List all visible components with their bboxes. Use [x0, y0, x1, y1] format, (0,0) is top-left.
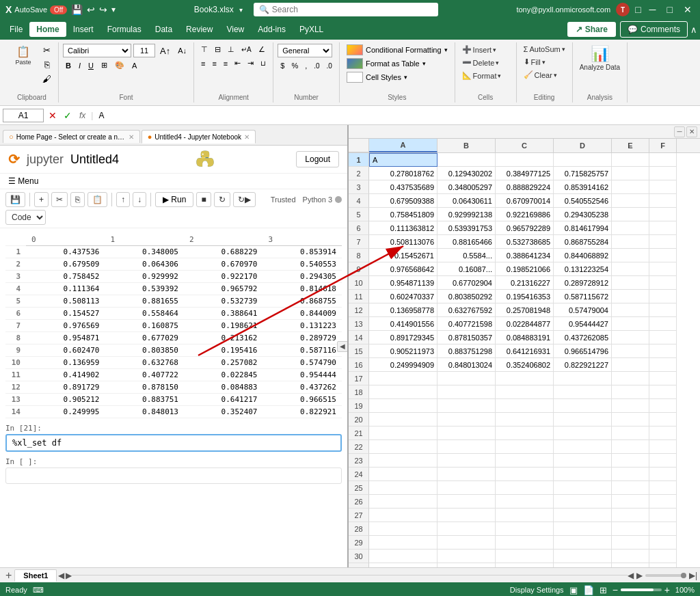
row-number[interactable]: 21	[349, 426, 369, 440]
excel-cell[interactable]: 0.111363812	[369, 221, 438, 235]
decrease-indent-button[interactable]: ⇤	[232, 57, 243, 69]
excel-cell[interactable]	[496, 413, 554, 426]
excel-cell[interactable]	[649, 276, 677, 290]
excel-cell[interactable]: 0.905211973	[369, 344, 438, 358]
excel-cell[interactable]	[612, 208, 649, 221]
excel-cell[interactable]	[438, 372, 496, 385]
excel-cell[interactable]	[438, 426, 496, 440]
excel-cell[interactable]: 0.539391753	[438, 221, 496, 235]
row-number[interactable]: 17	[349, 372, 369, 385]
excel-cell[interactable]	[649, 372, 677, 385]
row-number[interactable]: 22	[349, 440, 369, 454]
excel-cell[interactable]: 0.16087...	[438, 262, 496, 276]
jt-cut-button[interactable]: ✂	[51, 192, 68, 207]
ribbon-collapse-button[interactable]: ∧	[690, 25, 697, 35]
jt-move-up-button[interactable]: ↑	[116, 192, 130, 207]
notebook-tab-close-icon[interactable]: ✕	[244, 133, 250, 141]
row-number[interactable]: 28	[349, 522, 369, 536]
merge-center-button[interactable]: ⊔	[258, 58, 269, 68]
row-number[interactable]: 24	[349, 468, 369, 481]
percent-button[interactable]: %	[288, 60, 301, 71]
excel-cell[interactable]	[554, 481, 612, 495]
italic-button[interactable]: I	[76, 60, 83, 71]
excel-cell[interactable]: 0.407721598	[438, 317, 496, 331]
currency-button[interactable]: $	[278, 60, 287, 71]
excel-cell[interactable]: 0.294305238	[554, 208, 612, 221]
border-button[interactable]: ⊞	[98, 59, 110, 71]
normal-view-button[interactable]: ▣	[569, 585, 578, 595]
excel-cell[interactable]	[612, 221, 649, 235]
trusted-badge[interactable]: Trusted	[267, 194, 300, 205]
comments-button[interactable]: 💬 Comments	[620, 21, 688, 38]
panel-minimize-button[interactable]: ─	[674, 126, 685, 137]
excel-cell[interactable]	[649, 399, 677, 413]
excel-cell[interactable]	[554, 413, 612, 426]
row-number[interactable]: 12	[349, 303, 369, 317]
col-header-b[interactable]: B	[438, 139, 496, 152]
delete-cells-button[interactable]: ➖ Delete ▾	[459, 57, 502, 68]
excel-cell[interactable]: 0.388641234	[496, 249, 554, 262]
excel-cell[interactable]	[496, 385, 554, 399]
excel-cell[interactable]	[649, 563, 677, 567]
scroll-next-button[interactable]: ▶	[636, 571, 643, 580]
excel-cell[interactable]	[438, 385, 496, 399]
format-as-table-button[interactable]: Format as Table ▾	[344, 57, 450, 70]
excel-cell[interactable]	[438, 495, 496, 509]
excel-cell[interactable]: 0.136958778	[369, 303, 438, 317]
excel-cell[interactable]	[649, 331, 677, 344]
jt-copy-button[interactable]: ⎘	[70, 192, 85, 207]
excel-cell[interactable]: 0.348005297	[438, 180, 496, 194]
excel-cell[interactable]: 0.954871139	[369, 276, 438, 290]
excel-cell[interactable]: 0.929992138	[438, 208, 496, 221]
excel-cell[interactable]: 0.57479004	[554, 303, 612, 317]
excel-cell[interactable]	[438, 454, 496, 468]
autosum-button[interactable]: Σ AutoSum ▾	[521, 44, 568, 55]
excel-cell[interactable]: 0.814617994	[554, 221, 612, 235]
jupyter-notebook-tab[interactable]: ● Untitled4 - Jupyter Notebook ✕	[142, 130, 256, 144]
excel-cell[interactable]: 0.384977125	[496, 167, 554, 180]
excel-cell[interactable]	[612, 153, 649, 167]
paste-button[interactable]: 📋 Paste	[10, 44, 37, 67]
menu-item-formulas[interactable]: Formulas	[100, 22, 148, 37]
excel-cell[interactable]: 0.679509388	[369, 194, 438, 208]
excel-cell[interactable]	[649, 468, 677, 481]
excel-cell[interactable]: 0.670970014	[496, 194, 554, 208]
excel-cell[interactable]: A	[369, 153, 438, 167]
bold-button[interactable]: B	[63, 60, 74, 71]
redo-button[interactable]: ↪	[99, 4, 107, 15]
excel-cell[interactable]	[554, 153, 612, 167]
analyze-data-button[interactable]: 📊 Analyze Data	[577, 44, 623, 85]
cell-styles-button[interactable]: Cell Styles ▾	[344, 71, 450, 83]
excel-cell[interactable]: 0.888829224	[496, 180, 554, 194]
excel-cell[interactable]: 0.5584...	[438, 249, 496, 262]
excel-cell[interactable]	[612, 495, 649, 509]
excel-cell[interactable]	[438, 522, 496, 536]
excel-cell[interactable]: 0.632767592	[438, 303, 496, 317]
excel-cell[interactable]: 0.508113076	[369, 235, 438, 249]
excel-cell[interactable]	[554, 468, 612, 481]
excel-cell[interactable]	[612, 550, 649, 563]
excel-cell[interactable]	[438, 509, 496, 522]
excel-cell[interactable]	[496, 426, 554, 440]
jt-run-button[interactable]: ▶ Run	[155, 192, 193, 207]
excel-cell[interactable]: 0.88165466	[438, 235, 496, 249]
excel-cell[interactable]	[554, 536, 612, 550]
excel-cell[interactable]	[369, 522, 438, 536]
more-commands-button[interactable]: ▾	[111, 5, 116, 14]
excel-cell[interactable]	[369, 413, 438, 426]
logout-button[interactable]: Logout	[296, 151, 339, 167]
excel-cell[interactable]	[554, 509, 612, 522]
clear-button[interactable]: 🧹 Clear ▾	[521, 69, 568, 81]
number-format-select[interactable]: General	[278, 44, 332, 57]
excel-cell[interactable]	[369, 426, 438, 440]
align-bottom-button[interactable]: ⊥	[225, 44, 237, 55]
font-color-button[interactable]: A	[129, 60, 139, 71]
excel-cell[interactable]: 0.437262085	[554, 331, 612, 344]
excel-cell[interactable]: 0.289728912	[554, 276, 612, 290]
save-button[interactable]: 💾	[71, 4, 83, 15]
search-input[interactable]	[272, 5, 409, 14]
row-number[interactable]: 1	[349, 153, 369, 167]
row-number[interactable]: 5	[349, 208, 369, 221]
row-number[interactable]: 4	[349, 194, 369, 208]
excel-cell[interactable]: 0.758451809	[369, 208, 438, 221]
